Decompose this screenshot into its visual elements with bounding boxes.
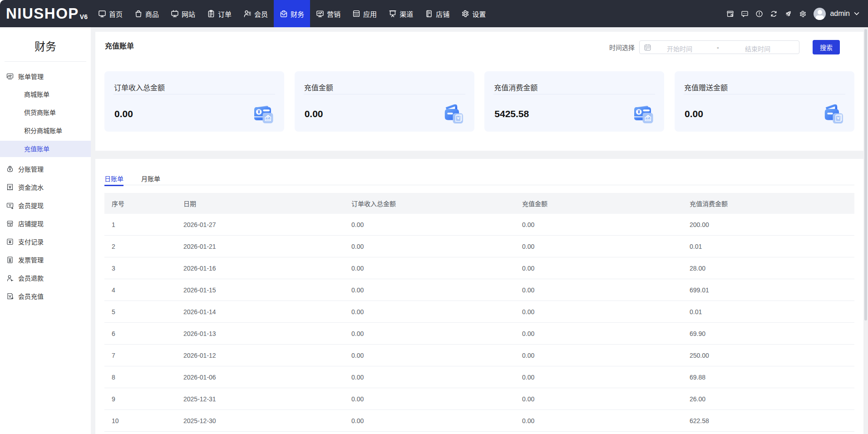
svg-text:¥: ¥ — [257, 109, 260, 114]
svg-text:¥: ¥ — [638, 109, 641, 114]
